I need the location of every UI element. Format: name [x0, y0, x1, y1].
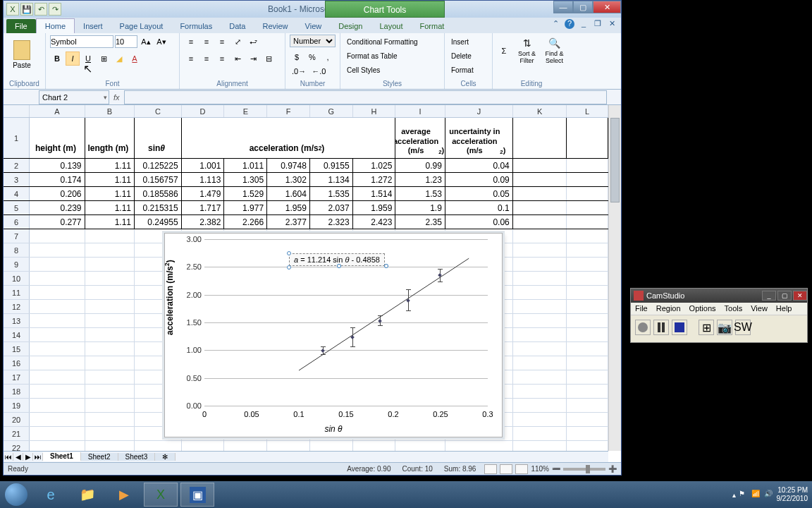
empty-cell[interactable]: [513, 441, 567, 451]
select-all-corner[interactable]: [4, 105, 30, 117]
close-button[interactable]: ✕: [593, 1, 621, 13]
col-header[interactable]: F: [267, 105, 310, 117]
insert-cells-button[interactable]: Insert: [449, 35, 471, 49]
data-cell[interactable]: 0.174: [30, 173, 85, 186]
empty-cell[interactable]: [30, 314, 85, 327]
orientation-icon[interactable]: ⤢: [230, 35, 245, 49]
zoom-in-icon[interactable]: ➕: [608, 465, 617, 473]
empty-cell[interactable]: [513, 243, 567, 257]
empty-cell[interactable]: [513, 314, 567, 327]
empty-cell[interactable]: [85, 413, 135, 426]
empty-cell[interactable]: [567, 243, 608, 257]
cs-stop-button[interactable]: [672, 320, 687, 335]
data-cell[interactable]: 1.53: [395, 187, 445, 200]
col-header[interactable]: I: [395, 105, 445, 117]
data-cell[interactable]: 0.139: [30, 159, 85, 172]
tab-layout[interactable]: Layout: [371, 19, 411, 33]
empty-cell[interactable]: [30, 342, 85, 356]
tab-review[interactable]: Review: [254, 19, 296, 33]
data-cell[interactable]: 1.025: [353, 159, 396, 172]
underline-button[interactable]: U: [81, 52, 95, 66]
data-cell[interactable]: 0.04: [445, 159, 513, 172]
col-header[interactable]: C: [135, 105, 182, 117]
empty-cell[interactable]: [513, 356, 567, 370]
cs-tool-button[interactable]: 📷: [717, 320, 732, 335]
empty-cell[interactable]: [85, 229, 135, 243]
tray-clock[interactable]: 10:25 PM 9/22/2010: [777, 486, 808, 503]
sheet-nav-prev[interactable]: ◀: [13, 453, 23, 461]
wrap-text-icon[interactable]: ⮐: [246, 35, 260, 49]
data-cell[interactable]: 0.24955: [135, 215, 182, 229]
empty-cell[interactable]: [85, 328, 135, 341]
empty-cell[interactable]: [395, 441, 445, 451]
camstudio-titlebar[interactable]: CamStudio _ ▢ ✕: [631, 289, 807, 303]
decrease-decimal-icon[interactable]: ←.0: [309, 64, 328, 78]
insert-sheet-icon[interactable]: ✻: [155, 453, 176, 461]
font-name-select[interactable]: [50, 35, 113, 48]
empty-cell[interactable]: [513, 286, 567, 299]
data-cell[interactable]: 1.23: [395, 173, 445, 186]
empty-cell[interactable]: [513, 328, 567, 341]
data-cell[interactable]: 1.302: [267, 173, 310, 186]
cs-close-button[interactable]: ✕: [793, 291, 807, 301]
row-header[interactable]: 18: [4, 385, 30, 398]
start-button[interactable]: [0, 481, 32, 508]
row-header[interactable]: 6: [4, 215, 30, 229]
cs-pause-button[interactable]: [653, 320, 669, 335]
number-format-select[interactable]: Number: [290, 35, 336, 47]
grow-font-icon[interactable]: A▴: [139, 35, 153, 49]
align-bottom-icon[interactable]: ≡: [215, 35, 229, 49]
fx-icon[interactable]: fx: [113, 93, 120, 102]
data-cell[interactable]: 2.35: [395, 215, 445, 229]
col-header[interactable]: J: [445, 105, 513, 117]
empty-cell[interactable]: [85, 286, 135, 299]
decrease-indent-icon[interactable]: ⇤: [230, 52, 245, 66]
empty-cell[interactable]: [85, 258, 135, 271]
tray-volume-icon[interactable]: 🔊: [764, 490, 774, 500]
row-header[interactable]: 17: [4, 370, 30, 384]
empty-cell[interactable]: [567, 399, 608, 412]
font-color-button[interactable]: A: [128, 52, 142, 66]
row-header[interactable]: 10: [4, 272, 30, 285]
cs-menu-region[interactable]: Region: [652, 303, 685, 315]
file-tab[interactable]: File: [6, 19, 36, 33]
fill-color-button[interactable]: ◢: [112, 52, 126, 66]
currency-icon[interactable]: $: [290, 50, 304, 64]
border-button[interactable]: ⊞: [97, 52, 111, 66]
col-header[interactable]: H: [353, 105, 396, 117]
conditional-formatting-button[interactable]: Conditional Formatting: [345, 35, 440, 49]
empty-cell[interactable]: [513, 258, 567, 271]
data-cell[interactable]: 1.977: [224, 201, 267, 214]
empty-cell[interactable]: [567, 385, 608, 398]
cs-minimize-button[interactable]: _: [762, 291, 776, 301]
empty-cell[interactable]: [85, 370, 135, 384]
data-cell[interactable]: 0.277: [30, 215, 85, 229]
cs-record-button[interactable]: [635, 320, 651, 335]
data-cell[interactable]: 2.377: [267, 215, 310, 229]
empty-cell[interactable]: [567, 370, 608, 384]
empty-cell[interactable]: [267, 441, 310, 451]
row-header[interactable]: 8: [4, 243, 30, 257]
data-cell[interactable]: 1.272: [353, 173, 396, 186]
data-cell[interactable]: 1.001: [182, 159, 225, 172]
empty-cell[interactable]: [85, 441, 135, 451]
tab-view[interactable]: View: [297, 19, 331, 33]
row-header[interactable]: 20: [4, 413, 30, 426]
empty-cell[interactable]: [567, 314, 608, 327]
row-header[interactable]: 11: [4, 286, 30, 299]
empty-cell[interactable]: [30, 441, 85, 451]
data-cell[interactable]: 0.1: [445, 201, 513, 214]
autosum-icon[interactable]: Σ: [497, 44, 511, 58]
taskbar-media-icon[interactable]: ▶: [107, 483, 141, 507]
data-cell[interactable]: 0.215315: [135, 201, 182, 214]
row-header[interactable]: 12: [4, 300, 30, 313]
data-cell[interactable]: 2.323: [310, 215, 353, 229]
data-cell[interactable]: 1.11: [85, 201, 135, 214]
data-cell[interactable]: 1.113: [182, 173, 225, 186]
row-header[interactable]: 16: [4, 356, 30, 370]
data-cell[interactable]: 0.156757: [135, 173, 182, 186]
align-center-icon[interactable]: ≡: [199, 52, 214, 66]
col-header[interactable]: L: [567, 105, 608, 117]
help-icon[interactable]: ?: [565, 19, 574, 29]
taskbar-camstudio-icon[interactable]: ▣: [180, 483, 214, 507]
